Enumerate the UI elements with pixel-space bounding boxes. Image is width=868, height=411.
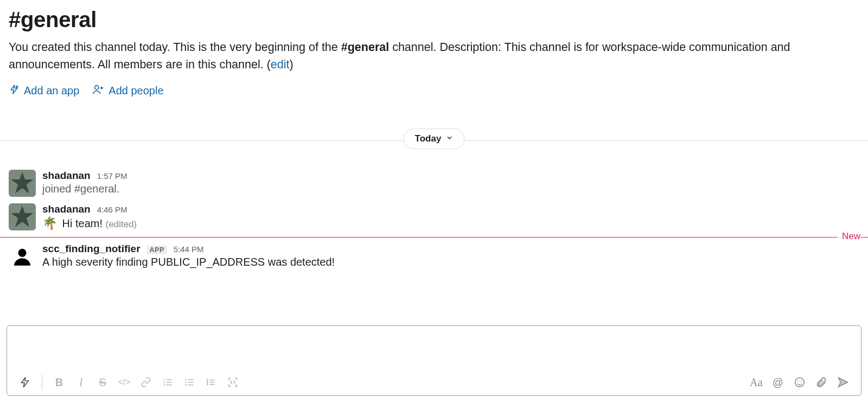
channel-desc-prefix: You created this channel today. This is … xyxy=(9,41,341,54)
message-sender[interactable]: shadanan xyxy=(42,203,91,215)
blockquote-button[interactable] xyxy=(201,373,221,392)
message-input[interactable] xyxy=(7,326,861,369)
bold-button[interactable]: B xyxy=(49,373,69,392)
italic-button[interactable]: I xyxy=(71,373,91,392)
mention-button[interactable]: @ xyxy=(768,373,788,392)
composer-toolbar: B I S </> 123 Aa @ xyxy=(7,369,861,395)
svg-text:3: 3 xyxy=(163,383,165,387)
date-pill-label: Today xyxy=(415,133,442,144)
message-header: shadanan 4:46 PM xyxy=(42,203,859,215)
add-people-label: Add people xyxy=(108,85,163,97)
message-item: shadanan 4:46 PM 🌴 Hi team! (edited) xyxy=(0,200,868,234)
message-time: 4:46 PM xyxy=(97,205,127,214)
svg-marker-6 xyxy=(11,206,33,227)
lightning-plus-icon xyxy=(9,84,20,98)
message-list: shadanan 1:57 PM joined #general. shadan… xyxy=(0,166,868,273)
lightning-icon[interactable] xyxy=(15,373,35,392)
avatar[interactable] xyxy=(9,203,36,230)
format-toggle-button[interactable]: Aa xyxy=(746,373,767,392)
svg-point-25 xyxy=(797,381,799,382)
avatar[interactable] xyxy=(9,243,36,270)
app-badge: APP xyxy=(147,246,167,254)
edited-indicator: (edited) xyxy=(106,219,137,229)
add-people-button[interactable]: Add people xyxy=(92,84,163,98)
message-text-content: Hi team! xyxy=(62,217,103,229)
date-pill[interactable]: Today xyxy=(404,129,465,149)
channel-desc-close: ) xyxy=(289,58,293,71)
add-app-label: Add an app xyxy=(24,85,79,97)
ordered-list-button[interactable]: 123 xyxy=(157,373,178,392)
new-label: New xyxy=(838,231,860,242)
svg-point-2 xyxy=(95,85,99,89)
channel-desc-name: #general xyxy=(341,41,389,54)
link-button[interactable] xyxy=(136,373,156,392)
code-block-button[interactable] xyxy=(222,373,243,392)
date-divider: Today xyxy=(0,129,868,153)
message-time: 1:57 PM xyxy=(97,171,127,181)
code-button[interactable]: </> xyxy=(114,373,135,392)
new-messages-divider: New xyxy=(0,237,868,237)
channel-intro: #general You created this channel today.… xyxy=(0,0,868,109)
message-sender[interactable]: scc_finding_notifier xyxy=(42,243,141,255)
svg-point-7 xyxy=(18,248,27,256)
message-time: 5:44 PM xyxy=(174,245,204,254)
chevron-down-icon xyxy=(445,133,453,144)
message-header: shadanan 1:57 PM xyxy=(42,170,859,182)
message-body: scc_finding_notifier APP 5:44 PM A high … xyxy=(42,243,859,270)
message-text: 🌴 Hi team! (edited) xyxy=(42,216,859,230)
svg-point-17 xyxy=(185,379,187,381)
message-body: shadanan 1:57 PM joined #general. xyxy=(42,170,859,197)
avatar[interactable] xyxy=(9,170,36,197)
svg-marker-5 xyxy=(11,172,33,193)
svg-point-26 xyxy=(801,381,802,382)
message-composer: B I S </> 123 Aa @ xyxy=(7,325,861,396)
person-plus-icon xyxy=(92,84,104,98)
message-sender[interactable]: shadanan xyxy=(42,170,91,182)
toolbar-separator xyxy=(42,375,42,390)
channel-description: You created this channel today. This is … xyxy=(9,38,859,74)
message-item: scc_finding_notifier APP 5:44 PM A high … xyxy=(0,240,868,273)
attach-button[interactable] xyxy=(811,373,832,392)
bullet-list-button[interactable] xyxy=(179,373,200,392)
svg-point-24 xyxy=(795,378,805,387)
palm-tree-emoji: 🌴 xyxy=(42,216,57,230)
svg-point-18 xyxy=(185,382,187,383)
channel-title: #general xyxy=(9,8,859,32)
add-app-button[interactable]: Add an app xyxy=(9,84,79,98)
message-text: A high severity finding PUBLIC_IP_ADDRES… xyxy=(42,256,859,268)
emoji-button[interactable] xyxy=(789,373,810,392)
message-text: joined #general. xyxy=(42,183,859,195)
channel-actions: Add an app Add people xyxy=(9,84,859,98)
send-button[interactable] xyxy=(833,373,853,392)
message-item: shadanan 1:57 PM joined #general. xyxy=(0,166,868,200)
strikethrough-button[interactable]: S xyxy=(92,373,113,392)
edit-description-link[interactable]: edit xyxy=(271,58,290,71)
svg-point-19 xyxy=(185,384,187,386)
message-header: scc_finding_notifier APP 5:44 PM xyxy=(42,243,859,255)
message-body: shadanan 4:46 PM 🌴 Hi team! (edited) xyxy=(42,203,859,230)
